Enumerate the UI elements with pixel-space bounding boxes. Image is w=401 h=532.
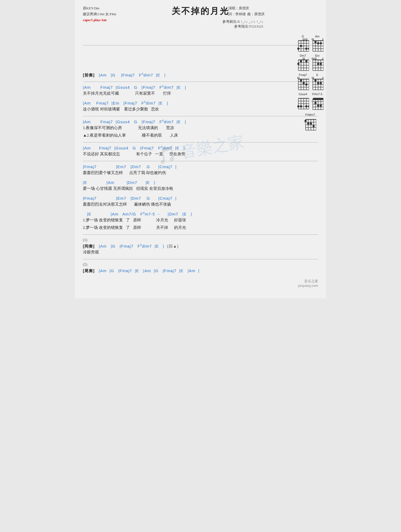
svg-point-59 [315, 58, 316, 59]
chord-diagram-Fmaj7: Fmaj7 × [297, 73, 309, 90]
outro-chords: [尾奏] |Am |G |Fmaj7 |E |Am |G |Fmaj7 |E |… [83, 268, 318, 273]
chorus3-chords: |Fmaj7 |Em7 |Dm7 G |Cmaj7 | [83, 195, 318, 201]
chord-diagram-Am: Am [311, 35, 323, 52]
chord-diagram-E: E [311, 73, 323, 90]
svg-point-56 [317, 63, 319, 65]
chord-diagram-Em: Em [311, 54, 323, 71]
svg-point-86 [314, 79, 317, 82]
verse2a-lyrics2: ▲2.夜是带着刺的仙人掌 睡不着的双 人床 [83, 132, 318, 138]
verse1b-chords: |Am Fmaj7 |Em |Fmaj7 F#dim7 |E | [83, 100, 318, 106]
svg-point-60 [323, 58, 323, 59]
svg-point-90 [323, 77, 323, 79]
svg-point-119 [320, 105, 322, 107]
verse1b-lyrics: 这小酒馆 对街玻璃窗 看过多少聚散 悲欢 [83, 106, 318, 112]
chord-diagram-Dm7: Dm7 × [297, 54, 309, 71]
chord-diagram-Fsharpdim7: F#dim7 2 [304, 113, 316, 132]
section-1-label: (1) [间奏] |Am |G |Fmaj7 F#dim7 |E | (回▲) … [83, 238, 318, 255]
svg-point-42 [303, 58, 304, 59]
chord-diagram-Gsus4: Gsus4 [297, 92, 309, 111]
section-chorus4: |E |Am Am7/G F#m7-5 - |Dm7 |E | 1.梦一场 改变… [83, 211, 318, 231]
original-key: 原KEY:Dm [83, 5, 116, 11]
verse1a-chords: |Am Fmaj7 |Gsus4 G |Fmaj7 F#dim7 |E | [83, 84, 318, 90]
chord-diagrams: G [297, 35, 323, 132]
song-title: 关不掉的月光 [83, 5, 318, 17]
strum-pattern: 参考刷法:X ↑_↑↓ _↓↑↓ ↑_↑↓ [222, 19, 263, 24]
svg-point-117 [314, 102, 317, 104]
meta-right: 演唱：庾澄庆 詞：李焯雄 曲：庾澄庆 [228, 5, 265, 17]
section-verse3a: |Am Fmaj7 |Gsus4 G |Fmaj7 F#dim7 |E | 不说… [83, 145, 318, 157]
svg-point-14 [303, 38, 304, 40]
svg-text:×: × [308, 77, 309, 79]
section1-paren: (1) [83, 238, 318, 242]
verse3a-lyrics: 不说还好 其实都没忘 有个位子 一直 空在身旁 [83, 151, 318, 157]
section-2-label: (2) [尾奏] |Am |G |Fmaj7 |E |Am |G |Fmaj7 … [83, 263, 318, 273]
chorus2-chords: |E |Am |Dm7 |E | [83, 180, 318, 185]
chorus2-lyrics: 爱一场 心甘情愿 无所谓疯狂 但现实 在背后放冷枪 [83, 185, 318, 192]
svg-point-58 [312, 58, 314, 59]
finger-pattern: 参考指法:T1213121 [234, 24, 263, 29]
svg-point-72 [298, 77, 299, 79]
verse2a-lyrics1: 1.夜像深不可测的心房 无法填满的 荒凉 [83, 125, 318, 131]
svg-point-75 [305, 83, 307, 86]
footer-url: yinyuezj.com [298, 284, 318, 288]
svg-point-11 [300, 45, 302, 47]
chorus3-lyrics: 轰轰烈烈去对决那又怎样 遍体鳞伤 痛也不张扬 [83, 201, 318, 207]
svg-text:2: 2 [311, 100, 313, 103]
chord-diagram-Fsharp-m7-5: F#m7-5 2 [311, 92, 323, 111]
section-intro: [前奏] |Am |G |Fmaj7 F#dim7 |E | [83, 72, 318, 78]
interlude-lyrics: 冷眼旁观 [83, 249, 318, 255]
svg-point-134 [313, 125, 315, 127]
svg-point-28 [320, 42, 322, 44]
chorus4-chords: |E |Am Am7/G F#m7-5 - |Dm7 |E | [83, 211, 318, 217]
svg-point-15 [306, 38, 307, 40]
meta-left: 原KEY:Dm 建议男调:C#m 女:F#m capo:5 play:Am [83, 5, 116, 23]
svg-point-12 [305, 48, 307, 50]
chorus4-lyrics2: 2.梦一场 改变的错恢复 了 原样 关不掉 的月光 [83, 224, 318, 231]
section-chorus1: |Fmaj7 |Em7 |Dm7 G |Cmaj7 | 轰轰烈烈爱个够又怎样 点… [83, 164, 318, 176]
singer: 演唱：庾澄庆 [228, 5, 265, 11]
svg-point-13 [308, 48, 309, 50]
verse3a-chords: |Am Fmaj7 |Gsus4 G |Fmaj7 F#dim7 |E | [83, 145, 318, 151]
svg-point-26 [314, 41, 317, 43]
svg-point-44 [300, 60, 302, 62]
svg-point-104 [308, 105, 309, 107]
capo-info: capo:5 play:Am [83, 17, 116, 23]
svg-point-30 [323, 38, 323, 40]
credits: 詞：李焯雄 曲：庾澄庆 [228, 11, 265, 17]
chorus4-lyrics1: 1.梦一场 改变的错恢复 了 原样 冷月光 好嚣张 [83, 217, 318, 223]
svg-point-131 [304, 120, 307, 122]
svg-rect-116 [313, 98, 323, 100]
section-verse2a: |Am Fmaj7 |Gsus4 G |Fmaj7 F#dim7 |E | 1.… [83, 119, 318, 138]
svg-point-43 [297, 63, 299, 65]
chorus1-lyrics: 轰轰烈烈爱个够又怎样 点亮了我 却也被灼伤 [83, 169, 318, 176]
svg-point-118 [317, 105, 319, 107]
svg-text:×: × [308, 58, 309, 60]
verse1a-lyrics: 关不掉月光无处可藏 只有寂寞不 打烊 [83, 90, 318, 97]
svg-point-73 [300, 79, 302, 82]
svg-point-29 [312, 38, 314, 40]
svg-point-27 [317, 42, 319, 44]
svg-point-87 [317, 82, 319, 84]
section-verse1b: |Am Fmaj7 |Em |Fmaj7 F#dim7 |E | 这小酒馆 对街… [83, 100, 318, 112]
svg-point-102 [300, 105, 302, 107]
svg-point-133 [310, 122, 312, 125]
svg-point-89 [312, 77, 314, 79]
section-chorus3: |Fmaj7 |Em7 |Dm7 G |Cmaj7 | 轰轰烈烈去对决那又怎样 … [83, 195, 318, 207]
svg-point-10 [297, 48, 299, 50]
interlude-chords: [间奏] |Am |G |Fmaj7 F#dim7 |E | (回▲) [83, 243, 318, 249]
svg-point-103 [305, 105, 307, 107]
svg-point-101 [297, 105, 299, 107]
svg-point-132 [307, 122, 309, 125]
section2-paren: (2) [83, 263, 318, 267]
footer-brand: 音乐之家 yinyuezj.com [83, 279, 318, 288]
section-verse1a: |Am Fmaj7 |Gsus4 G |Fmaj7 F#dim7 |E | 关不… [83, 84, 318, 97]
svg-point-74 [303, 82, 305, 84]
svg-point-57 [320, 63, 322, 65]
chord-diagram-G: G [297, 35, 309, 52]
section-chorus2: |E |Am |Dm7 |E | 爱一场 心甘情愿 无所谓疯狂 但现实 在背后放… [83, 180, 318, 192]
svg-point-88 [320, 82, 322, 84]
suggested-key: 建议男调:C#m 女:F#m [83, 11, 116, 17]
chorus1-chords: |Fmaj7 |Em7 |Dm7 G |Cmaj7 | [83, 164, 318, 169]
verse2a-chords: |Am Fmaj7 |Gsus4 G |Fmaj7 F#dim7 |E | [83, 119, 318, 125]
intro-chords: [前奏] |Am |G |Fmaj7 F#dim7 |E | [83, 72, 318, 78]
